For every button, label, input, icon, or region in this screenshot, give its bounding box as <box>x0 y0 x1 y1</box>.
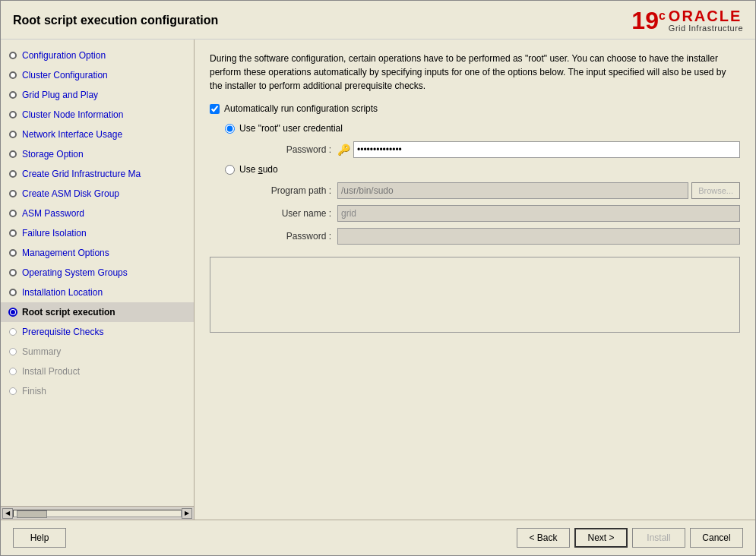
step-icon-network <box>7 128 19 141</box>
main-content: Configuration Option Cluster Configurati… <box>1 39 755 520</box>
key-icon: 🔑 <box>337 144 350 156</box>
scroll-right-arrow[interactable]: ▶ <box>182 508 192 519</box>
sidebar-item-create-grid-infra[interactable]: Create Grid Infrastructure Ma <box>1 164 194 184</box>
step-icon-storage <box>7 148 19 160</box>
program-path-row: Program path : Browse... <box>255 182 740 199</box>
sidebar-item-grid-plug-play[interactable]: Grid Plug and Play <box>1 85 194 105</box>
use-sudo-row: Use sudo <box>225 164 740 175</box>
sidebar-item-install-product: Install Product <box>1 362 194 381</box>
sudo-password-input[interactable] <box>337 228 740 245</box>
cancel-button[interactable]: Cancel <box>690 528 743 548</box>
user-name-label: User name : <box>255 208 331 219</box>
step-icon-create-grid <box>7 168 19 180</box>
step-icon-summary <box>7 346 19 358</box>
program-path-input[interactable] <box>337 182 688 199</box>
sudo-section: Program path : Browse... User name : Pas… <box>255 182 740 245</box>
main-window: Root script execution configuration 19c … <box>0 0 756 556</box>
step-icon-install-loc <box>7 286 19 299</box>
oracle-name: ORACLE <box>669 8 742 24</box>
content-area: During the software configuration, certa… <box>195 39 755 520</box>
sidebar-item-os-groups[interactable]: Operating System Groups <box>1 263 194 283</box>
sidebar-item-failure-isolation[interactable]: Failure Isolation <box>1 223 194 243</box>
oracle-version: 19c <box>631 8 666 33</box>
step-icon-failure <box>7 227 19 239</box>
oracle-logo: 19c ORACLE Grid Infrastructure <box>631 8 743 33</box>
sidebar-item-asm-password[interactable]: ASM Password <box>1 204 194 223</box>
sidebar-item-cluster-config[interactable]: Cluster Configuration <box>1 65 194 85</box>
sudo-password-label: Password : <box>255 231 331 242</box>
window-title: Root script execution configuration <box>13 14 218 27</box>
step-icon-management <box>7 247 19 259</box>
use-root-row: Use "root" user credential <box>225 123 740 134</box>
footer: Help < Back Next > Install Cancel <box>1 520 755 555</box>
step-icon-config-option <box>7 49 19 62</box>
oracle-subtitle: Grid Infrastructure <box>669 24 743 33</box>
user-name-input[interactable] <box>337 205 740 222</box>
sidebar-item-network-interface[interactable]: Network Interface Usage <box>1 125 194 144</box>
use-root-radio[interactable] <box>225 124 235 134</box>
help-button[interactable]: Help <box>13 528 66 548</box>
footer-right: < Back Next > Install Cancel <box>517 528 743 548</box>
use-sudo-radio[interactable] <box>225 165 235 175</box>
password-input-row: 🔑 <box>337 141 740 158</box>
sidebar-item-prereq-checks[interactable]: Prerequisite Checks <box>1 322 194 342</box>
use-sudo-label[interactable]: Use sudo <box>239 164 278 175</box>
scrollbar-thumb[interactable] <box>17 510 47 518</box>
step-icon-grid-plug-play <box>7 89 19 101</box>
use-root-label[interactable]: Use "root" user credential <box>239 123 343 134</box>
step-icon-install-product <box>7 365 19 378</box>
root-password-section: Password : 🔑 <box>255 141 740 158</box>
password-label: Password : <box>255 144 331 155</box>
next-button[interactable]: Next > <box>574 528 628 548</box>
sidebar-item-storage-option[interactable]: Storage Option <box>1 144 194 164</box>
root-password-input[interactable] <box>353 141 740 158</box>
auto-run-label[interactable]: Automatically run configuration scripts <box>224 103 378 114</box>
radio-section: Use "root" user credential Password : 🔑 <box>225 123 740 245</box>
step-icon-cluster-config <box>7 69 19 81</box>
oracle-brand: ORACLE Grid Infrastructure <box>669 8 743 33</box>
scrollbar-track[interactable] <box>13 510 182 517</box>
footer-left: Help <box>13 528 66 548</box>
sidebar-item-root-script[interactable]: Root script execution <box>1 302 194 322</box>
step-icon-asm-disk <box>7 188 19 200</box>
program-path-label: Program path : <box>255 185 331 196</box>
sidebar-item-cluster-node-info[interactable]: Cluster Node Information <box>1 105 194 125</box>
auto-run-checkbox[interactable] <box>210 104 220 114</box>
sidebar-item-finish: Finish <box>1 381 194 401</box>
root-password-row: Password : 🔑 <box>255 141 740 158</box>
step-icon-os-groups <box>7 267 19 279</box>
description-text: During the software configuration, certa… <box>210 52 740 93</box>
auto-run-row: Automatically run configuration scripts <box>210 103 740 114</box>
sidebar-item-management-options[interactable]: Management Options <box>1 243 194 263</box>
step-icon-root-script <box>7 306 19 318</box>
step-icon-asm-password <box>7 207 19 220</box>
sidebar-scrollbar[interactable]: ◀ ▶ <box>1 506 194 520</box>
back-button[interactable]: < Back <box>517 528 570 548</box>
sidebar-item-summary: Summary <box>1 342 194 362</box>
step-icon-prereq <box>7 326 19 338</box>
sidebar: Configuration Option Cluster Configurati… <box>1 39 195 520</box>
sidebar-item-config-option[interactable]: Configuration Option <box>1 46 194 65</box>
scroll-left-arrow[interactable]: ◀ <box>2 508 13 519</box>
sudo-password-row: Password : <box>255 228 740 245</box>
output-box <box>210 257 740 333</box>
step-icon-finish <box>7 385 19 397</box>
install-button[interactable]: Install <box>632 528 685 548</box>
browse-button[interactable]: Browse... <box>691 182 740 199</box>
step-icon-cluster-node <box>7 109 19 121</box>
sidebar-item-create-asm-disk[interactable]: Create ASM Disk Group <box>1 184 194 204</box>
sidebar-item-installation-location[interactable]: Installation Location <box>1 283 194 302</box>
title-bar: Root script execution configuration 19c … <box>1 1 755 39</box>
user-name-row: User name : <box>255 205 740 222</box>
sidebar-scroll: Configuration Option Cluster Configurati… <box>1 39 194 506</box>
